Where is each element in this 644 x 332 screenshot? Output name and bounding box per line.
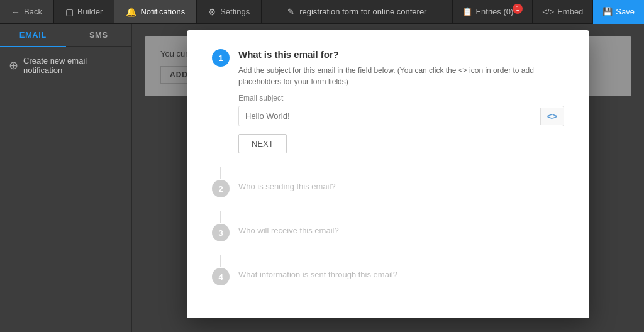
tab-bar: EMAIL SMS	[0, 24, 131, 47]
embed-label: Embed	[557, 7, 583, 16]
builder-icon: ▢	[65, 7, 74, 17]
settings-label: Settings	[220, 7, 250, 16]
builder-tab[interactable]: ▢ Builder	[54, 0, 114, 23]
step-1-description: Add the subject for this email in the fi…	[238, 65, 564, 87]
step-1: 1 What is this email for? Add the subjec…	[212, 49, 564, 153]
plus-icon: ⊕	[9, 58, 18, 72]
back-icon: ←	[11, 7, 20, 17]
step-3-title: Who will receive this email?	[238, 226, 564, 235]
step-2-title: Who is sending this email?	[238, 182, 564, 191]
notifications-label: Notifications	[140, 7, 185, 16]
email-subject-label: Email subject	[238, 94, 564, 102]
step-2: 2 Who is sending this email?	[212, 180, 564, 197]
step-1-number: 1	[212, 49, 230, 67]
gear-icon: ⚙	[208, 7, 216, 17]
notification-badge: 1	[513, 4, 523, 14]
save-label: Save	[616, 7, 635, 16]
sms-tab-label: SMS	[89, 30, 108, 40]
main-layout: EMAIL SMS ⊕ Create new email notificatio…	[0, 24, 644, 332]
create-email-button[interactable]: ⊕ Create new email notification	[0, 47, 131, 84]
step-2-content: Who is sending this email?	[238, 180, 564, 191]
notifications-tab[interactable]: 🔔 Notifications	[114, 0, 197, 23]
step-4-content: What information is sent through this em…	[238, 268, 564, 279]
entries-label: Entries (0)	[475, 7, 513, 16]
next-button[interactable]: NEXT	[238, 134, 287, 153]
step-4-title: What information is sent through this em…	[238, 270, 564, 279]
modal-overlay: 1 What is this email for? Add the subjec…	[132, 24, 644, 332]
sidebar: EMAIL SMS ⊕ Create new email notificatio…	[0, 24, 132, 332]
top-nav: ← Back ▢ Builder 🔔 Notifications ⚙ Setti…	[0, 0, 644, 24]
content-area: You currently do not have any emails con…	[132, 24, 644, 332]
step-4: 4 What information is sent through this …	[212, 268, 564, 285]
step-3-content: Who will receive this email?	[238, 224, 564, 235]
save-icon: 💾	[602, 7, 613, 16]
form-title-area: ✎ registration form for online conferer	[262, 7, 452, 16]
tab-email[interactable]: EMAIL	[0, 24, 66, 47]
step-1-title: What is this email for?	[238, 49, 564, 60]
step-connector-3-4	[220, 255, 221, 267]
form-title: registration form for online conferer	[299, 7, 426, 16]
entries-button[interactable]: 📋 Entries (0) 1	[452, 0, 532, 24]
step-connector-1-2	[220, 167, 221, 179]
back-label: Back	[24, 7, 42, 16]
nav-right-actions: 📋 Entries (0) 1 </> Embed 💾 Save	[452, 0, 644, 24]
tab-sms[interactable]: SMS	[66, 24, 132, 46]
step-2-number: 2	[212, 180, 230, 197]
back-button[interactable]: ← Back	[0, 0, 54, 23]
step-3-number: 3	[212, 224, 230, 241]
placeholder-icon[interactable]: <>	[540, 108, 564, 125]
email-subject-input[interactable]	[239, 106, 540, 126]
email-subject-input-wrapper: <>	[238, 106, 564, 126]
step-connector-2-3	[220, 211, 221, 223]
modal-dialog: 1 What is this email for? Add the subjec…	[187, 30, 589, 318]
embed-button[interactable]: </> Embed	[532, 0, 592, 24]
create-btn-label: Create new email notification	[23, 56, 123, 75]
step-4-number: 4	[212, 268, 230, 285]
builder-label: Builder	[77, 7, 103, 16]
email-tab-label: EMAIL	[19, 30, 47, 40]
step-1-content: What is this email for? Add the subject …	[238, 49, 564, 153]
settings-tab[interactable]: ⚙ Settings	[197, 0, 262, 23]
step-3: 3 Who will receive this email?	[212, 224, 564, 241]
bell-icon: 🔔	[126, 7, 136, 17]
embed-icon: </>	[542, 7, 554, 16]
save-button[interactable]: 💾 Save	[592, 0, 644, 24]
entries-icon: 📋	[462, 7, 472, 16]
edit-icon: ✎	[287, 7, 294, 16]
